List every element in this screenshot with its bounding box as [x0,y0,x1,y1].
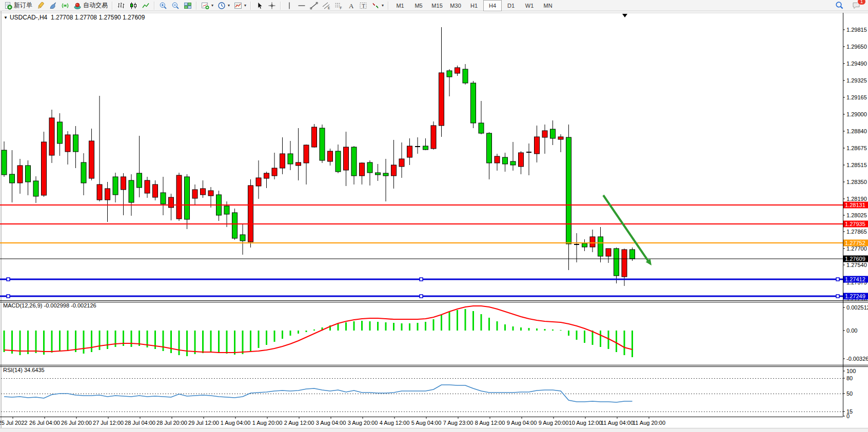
line-drag-handle[interactable] [7,278,10,281]
timeframe-button-m30[interactable]: M30 [446,0,465,11]
candle-body [73,135,78,152]
candle-body [439,73,444,126]
candle-body [208,191,213,196]
line-drag-handle[interactable] [836,278,839,281]
candle-body [304,145,309,163]
search-icon [835,1,844,10]
line-chart-icon [142,2,150,10]
candle-chart-icon [129,2,137,10]
sonar-icon [61,2,69,10]
candle-body [185,177,190,219]
new-chart-button[interactable]: ▾ [199,0,215,11]
search-button[interactable] [833,0,846,11]
candle-body [89,141,94,178]
candle-body [17,166,23,183]
candle-body [590,237,595,247]
candle-body [582,243,587,247]
candle-body [606,249,611,256]
svg-text:A: A [349,2,354,9]
candle-body [535,137,540,154]
timeframe-button-h4[interactable]: H4 [483,0,502,11]
candle-body [296,162,301,166]
cursor-button[interactable] [253,0,266,11]
candle-body [503,157,508,164]
line-drag-handle[interactable] [420,295,423,298]
main-toolbar: 新订单 自动交易 [0,0,868,11]
macd-signal-line [4,306,633,353]
line-chart-button[interactable] [140,0,152,11]
timeframe-button-w1[interactable]: W1 [520,0,539,11]
chart-canvas [0,0,868,432]
candle-body [328,151,333,161]
candle-body [471,83,476,123]
candle-body [431,126,436,149]
trendline-tool[interactable] [308,0,320,11]
line-drag-handle[interactable] [420,278,423,281]
new-order-label: 新订单 [14,1,32,10]
candle-body [351,147,357,176]
community-button[interactable] [47,0,59,11]
zoom-out-button[interactable] [169,0,182,11]
toolbar-separator [112,2,113,10]
bar-chart-button[interactable] [115,0,127,11]
svg-text:F: F [340,6,342,10]
label-tool[interactable]: T [357,0,369,11]
candle-body [614,249,619,276]
candle-body [129,180,134,202]
tile-windows-button[interactable] [182,0,194,11]
dropdown-caret: ▾ [382,3,384,8]
candle-body [169,197,174,208]
new-order-button[interactable]: 新订单 [2,0,34,11]
vertical-line-tool[interactable] [283,0,295,11]
candle-body [105,189,110,200]
candle-body [550,129,556,138]
bar-chart-icon [117,2,125,10]
notification-badge: 1 [857,0,866,5]
candle-body [510,161,516,165]
timeframe-button-d1[interactable]: D1 [502,0,520,11]
autotrading-button[interactable]: 自动交易 [71,0,110,11]
autotrading-label: 自动交易 [83,1,108,10]
line-drag-handle[interactable] [836,295,839,298]
signals-button[interactable] [59,0,71,11]
candle-body [224,206,229,214]
templates-button[interactable]: ▾ [232,0,248,11]
candle-body [240,235,245,241]
timeframe-button-mn[interactable]: MN [539,0,557,11]
candle-body [57,122,63,143]
candle-body [495,156,500,163]
timeframe-button-h1[interactable]: H1 [465,0,483,11]
candle-body [383,173,388,176]
candle-body [320,128,325,160]
zoom-out-icon [171,2,180,10]
candle-body [558,137,563,139]
zoom-in-button[interactable] [157,0,169,11]
toolbar-separator [388,2,389,10]
timeframe-button-m15[interactable]: M15 [428,0,446,11]
fibonacci-tool[interactable]: F [332,0,345,11]
timeframe-button-m5[interactable]: M5 [409,0,428,11]
horizontal-line-tool[interactable] [295,0,308,11]
candle-body [264,173,269,178]
equidistant-channel-icon: E [322,2,330,10]
candle-chart-button[interactable] [127,0,140,11]
timeframe-button-m1[interactable]: M1 [391,0,409,11]
candle-body [121,177,126,190]
candle-body [26,166,31,182]
notifications-button[interactable]: 1 [850,0,863,11]
candle-body [376,173,381,175]
dropdown-caret: ▾ [228,3,230,8]
candle-body [176,175,182,219]
candle-body [33,181,38,196]
fibonacci-icon: F [334,2,343,10]
candle-body [280,154,285,168]
candle-body [248,186,253,242]
arrows-tool[interactable]: ▾ [369,0,386,11]
line-drag-handle[interactable] [7,295,10,298]
periods-button[interactable]: ▾ [215,0,232,11]
channel-tool[interactable]: E [320,0,332,11]
crosshair-button[interactable] [266,0,278,11]
styles-button[interactable] [34,0,47,11]
text-tool[interactable]: A [345,0,357,11]
toolbar-separator [154,2,155,10]
